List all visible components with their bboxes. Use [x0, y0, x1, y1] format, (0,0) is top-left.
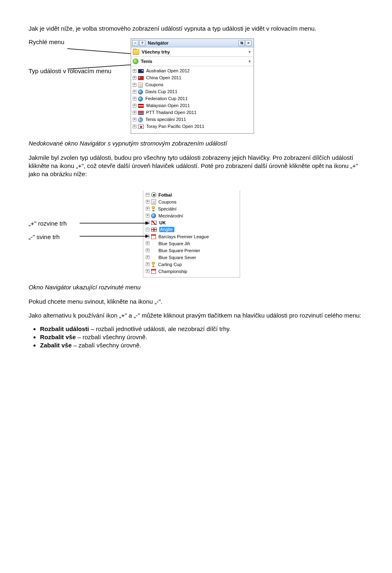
expand-icon[interactable] [133, 118, 136, 121]
callout-quick-menu: Rychlé menu [29, 38, 131, 45]
tree-item-label: Anglie [159, 227, 174, 232]
expand-icon[interactable] [146, 242, 149, 245]
collapse-icon[interactable] [146, 193, 149, 197]
expand-icon[interactable] [146, 248, 149, 252]
callout-plus: „+" rozvine trh [29, 220, 143, 227]
bullet-item: Rozbalit události – rozbalí jednotlivé u… [40, 325, 363, 332]
figure-2-row: „+" rozvine trh „-" svine trh Fotbal Cou… [29, 190, 363, 278]
expand-icon[interactable] [146, 255, 149, 259]
paragraph-2: Jakmile byl zvolen typ události, budou p… [29, 154, 363, 179]
tree-item-label: Australian Open 2012 [146, 69, 189, 73]
tree-item-label: Tenis speciální 2011 [145, 117, 186, 122]
tree-item[interactable]: Australian Open 2012 [131, 67, 254, 74]
minimize-icon[interactable]: − [132, 40, 138, 46]
collapse-icon[interactable] [146, 228, 149, 231]
expand-icon[interactable] [146, 235, 149, 238]
chevron-down-icon[interactable]: ▾ [249, 50, 252, 54]
folder-label: Všechny trhy [142, 50, 170, 54]
expand-icon[interactable] [133, 104, 136, 107]
tree-root-label: Fotbal [158, 192, 172, 197]
expand-icon[interactable] [133, 111, 136, 114]
bullet-term: Zabalit vše [40, 342, 72, 349]
globe-icon [138, 96, 143, 101]
tree-item-label: PTT Thailand Open 2011 [146, 110, 196, 115]
tree-item[interactable]: Carling Cup [146, 261, 240, 268]
panel-2-wrap: Fotbal CouponsSpeciálníMezinárodníUKAngl… [143, 190, 240, 278]
tree-item-label: Blue Square Jih [158, 241, 190, 246]
flag-uk-icon [151, 221, 157, 225]
folder-row-all-markets[interactable]: Všechny trhy ▾ [131, 47, 254, 57]
category-label: Tenis [141, 59, 152, 64]
expand-icon[interactable] [146, 200, 149, 204]
flag-th-icon [138, 111, 144, 115]
tree-item[interactable]: UK [146, 219, 240, 226]
figure-1-callouts: Rychlé menu Typ události v rolovacím men… [29, 38, 131, 96]
trophy-icon [151, 262, 156, 267]
expand-icon[interactable] [133, 83, 136, 87]
bullet-desc: – zabalí všechny úrovně. [72, 342, 141, 349]
tree-item[interactable]: Toray Pan Pacific Open 2011 [131, 123, 254, 130]
paragraph-3: Pokud chcete menu svinout, klikněte na i… [29, 298, 363, 306]
tree-item-label: Coupons [158, 199, 176, 204]
collapse-icon[interactable] [146, 221, 149, 224]
tree-item-anglie[interactable]: Anglie [146, 226, 240, 233]
bullet-item: Zabalit vše – zabalí všechny úrovně. [40, 342, 363, 349]
figure-1-row: Rychlé menu Typ události v rolovacím men… [29, 38, 363, 134]
expand-icon[interactable] [133, 97, 136, 101]
tree-root-football[interactable]: Fotbal [146, 191, 240, 198]
football-icon [151, 192, 156, 197]
tree-item-label: Blue Square Sever [158, 255, 196, 260]
expand-icon[interactable] [133, 125, 136, 128]
tree-item[interactable]: Speciální [146, 205, 240, 212]
bullet-term: Rozbalit vše [40, 334, 76, 340]
close-icon[interactable]: × [245, 40, 252, 46]
expand-icon[interactable] [146, 214, 149, 217]
bullet-desc: – rozbalí jednotlivé události, ale nezob… [89, 325, 231, 332]
navigator-tree: Australian Open 2012China Open 2011Coupo… [131, 66, 254, 133]
tree-item[interactable]: Barclays Premier League [146, 233, 240, 240]
tree-item[interactable]: Coupons [146, 198, 240, 205]
tree-item-label: Carling Cup [158, 262, 182, 267]
tree-item-label: Coupons [145, 83, 163, 87]
tree-item[interactable]: Championship [146, 268, 240, 275]
expand-icon[interactable] [133, 90, 136, 94]
selected-highlight: Anglie [159, 227, 174, 232]
globe-icon [138, 90, 143, 94]
tree-item[interactable]: Federation Cup 2011 [131, 95, 254, 102]
flag-my-icon [138, 104, 144, 108]
expand-icon[interactable] [146, 262, 149, 266]
tree-item[interactable]: Coupons [131, 81, 254, 88]
category-row-tennis[interactable]: Tenis ▾ [131, 57, 254, 66]
globe-icon [151, 213, 156, 218]
expand-icon[interactable] [146, 269, 149, 273]
trophy-icon [151, 206, 156, 211]
expand-icon[interactable] [133, 69, 136, 73]
chevron-down-icon[interactable]: ▾ [249, 60, 252, 63]
expand-icon[interactable] [133, 76, 136, 80]
tree-item[interactable]: Blue Square Jih [146, 240, 240, 247]
tree-item-label: Federation Cup 2011 [145, 96, 187, 101]
tree-item[interactable]: Blue Square Premier [146, 247, 240, 254]
navigator-panel: − ? Navigátor ⧉ × Všechny trhy ▾ Tenis ▾… [131, 38, 254, 134]
tree-item[interactable]: China Open 2011 [131, 74, 254, 81]
paragraph-4: Jako alternativu k používání ikon „+" a … [29, 311, 363, 320]
tree-item-label: Mezinárodní [158, 213, 183, 218]
figure-2-caption: Okno Navigátor ukazující rozvinuté menu [29, 283, 363, 291]
list-icon [138, 83, 143, 87]
context-menu-bullets: Rozbalit události – rozbalí jednotlivé u… [40, 325, 363, 349]
tree-item[interactable]: ?Tenis speciální 2011 [131, 116, 254, 123]
flag-au-icon [138, 69, 144, 73]
tree-item-label: Blue Square Premier [158, 248, 200, 253]
tree-item[interactable]: Blue Square Sever [146, 254, 240, 261]
tree-item[interactable]: Malaysian Open 2011 [131, 102, 254, 109]
tree-item-label: China Open 2011 [146, 76, 181, 80]
tree-item[interactable]: Mezinárodní [146, 212, 240, 219]
help-icon[interactable]: ? [139, 40, 145, 46]
navigator-title: Navigátor [148, 41, 169, 45]
tree-item[interactable]: Davis Cup 2011 [131, 88, 254, 95]
tree-item[interactable]: PTT Thailand Open 2011 [131, 109, 254, 116]
expand-icon[interactable]: ⧉ [238, 40, 245, 46]
expand-icon[interactable] [146, 207, 149, 210]
flag-en-icon [151, 228, 157, 232]
tree-item-label: Speciální [158, 206, 176, 211]
